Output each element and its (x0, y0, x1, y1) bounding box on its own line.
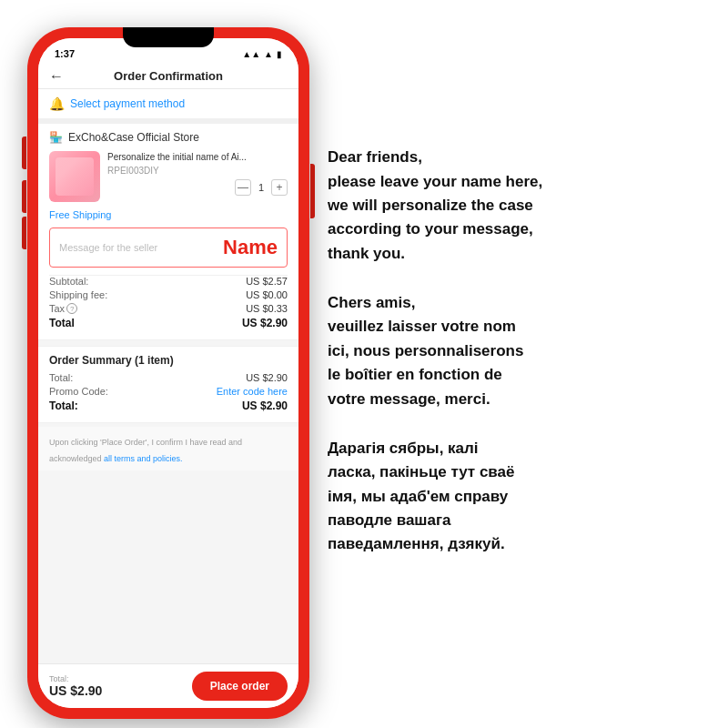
screen-content[interactable]: 🔔 Select payment method 🏪 ExCho&Case Off… (38, 89, 298, 663)
terms-section: Upon clicking 'Place Order', I confirm I… (38, 427, 298, 470)
order-summary-section: Order Summary (1 item) Total: US $2.90 P… (38, 346, 298, 423)
page-title: Order Confirmation (114, 69, 223, 83)
terms-text: Upon clicking 'Place Order', I confirm I… (49, 438, 242, 463)
summary-final-label: Total: (49, 399, 78, 412)
store-section: 🏪 ExCho&Case Official Store Personalize … (38, 124, 298, 340)
phone-mockup: 1:37 ▲▲ ▲ ▮ ← Order Confirmation 🔔 Selec… (27, 27, 309, 719)
total-value: US $2.90 (242, 317, 288, 329)
subtotal-value: US $2.57 (246, 276, 288, 287)
pricing-section: Subtotal: US $2.57 Shipping fee: US $0.0… (49, 275, 288, 329)
text-panel: Dear friends,please leave your name here… (309, 127, 728, 600)
payment-icon: 🔔 (49, 96, 65, 111)
tax-label: Tax ? (49, 303, 77, 314)
bottom-total-amount: US $2.90 (49, 683, 102, 698)
battery-icon: ▮ (277, 49, 282, 59)
subtotal-label: Subtotal: (49, 276, 88, 287)
product-row: Personalize the initial name of Ai... RP… (49, 151, 288, 202)
product-details: Personalize the initial name of Ai... RP… (107, 151, 288, 196)
subtotal-row: Subtotal: US $2.57 (49, 276, 288, 287)
store-name: ExCho&Case Official Store (68, 131, 199, 144)
phone-screen: 1:37 ▲▲ ▲ ▮ ← Order Confirmation 🔔 Selec… (38, 38, 298, 708)
payment-section[interactable]: 🔔 Select payment method (38, 89, 298, 124)
text-block-english: Dear friends,please leave your name here… (328, 146, 701, 266)
app-header: ← Order Confirmation (38, 64, 298, 89)
product-name: Personalize the initial name of Ai... (107, 151, 288, 163)
product-image-inner (56, 157, 94, 196)
product-qty-row: — 1 + (107, 179, 288, 196)
promo-row: Promo Code: Enter code here (49, 386, 288, 397)
bottom-total: Total: US $2.90 (49, 674, 102, 698)
tax-value: US $0.33 (246, 303, 288, 314)
message-name-highlight: Name (223, 236, 278, 259)
shipping-value: US $0.00 (246, 289, 288, 300)
summary-final-row: Total: US $2.90 (49, 399, 288, 412)
message-box[interactable]: Message for the seller Name (49, 228, 288, 268)
bottom-bar: Total: US $2.90 Place order (38, 663, 298, 708)
total-row: Total US $2.90 (49, 317, 288, 329)
store-icon: 🏪 (49, 131, 63, 144)
status-time: 1:37 (55, 48, 75, 59)
qty-display: 1 (258, 182, 264, 193)
tax-row: Tax ? US $0.33 (49, 303, 288, 314)
bottom-total-label: Total: (49, 674, 102, 683)
text-block-french: Chers amis,veuillez laisser votre nomici… (328, 291, 701, 411)
text-english: Dear friends,please leave your name here… (328, 146, 701, 266)
wifi-icon: ▲ (264, 49, 273, 59)
text-block-belarusian: Дарагія сябры, каліласка, пакіньце тут с… (328, 437, 701, 557)
free-shipping-label: Free Shipping (49, 209, 288, 220)
order-summary-title: Order Summary (1 item) (49, 354, 288, 367)
shipping-row: Shipping fee: US $0.00 (49, 289, 288, 300)
qty-minus-button[interactable]: — (235, 179, 251, 196)
signal-icon: ▲▲ (242, 49, 260, 59)
phone-frame: 1:37 ▲▲ ▲ ▮ ← Order Confirmation 🔔 Selec… (27, 27, 309, 719)
total-label: Total (49, 317, 75, 329)
summary-total-value: US $2.90 (246, 372, 288, 383)
product-image (49, 151, 100, 202)
store-header: 🏪 ExCho&Case Official Store (49, 131, 288, 144)
product-sku: RPEI003DIY (107, 166, 288, 176)
summary-total-row: Total: US $2.90 (49, 372, 288, 383)
promo-link[interactable]: Enter code here (217, 386, 288, 397)
qty-plus-button[interactable]: + (271, 179, 288, 196)
shipping-label: Shipping fee: (49, 289, 107, 300)
status-icons: ▲▲ ▲ ▮ (242, 49, 282, 59)
text-belarusian: Дарагія сябры, каліласка, пакіньце тут с… (328, 437, 701, 557)
tax-info-icon: ? (66, 303, 77, 314)
payment-text[interactable]: Select payment method (70, 97, 185, 110)
text-french: Chers amis,veuillez laisser votre nomici… (328, 291, 701, 411)
summary-final-value: US $2.90 (242, 399, 288, 412)
terms-link[interactable]: all terms and policies. (104, 454, 183, 463)
message-placeholder: Message for the seller (59, 242, 216, 253)
promo-label: Promo Code: (49, 386, 108, 397)
summary-total-label: Total: (49, 372, 73, 383)
notch (123, 27, 214, 47)
back-button[interactable]: ← (49, 68, 64, 85)
place-order-button[interactable]: Place order (192, 672, 288, 701)
